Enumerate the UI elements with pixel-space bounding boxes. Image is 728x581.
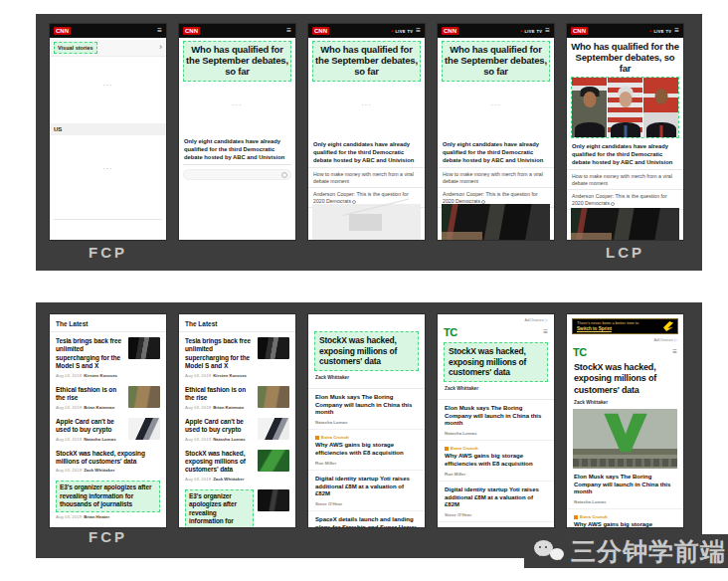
article-headline[interactable]: StockX was hacked, exposing millions of …	[449, 346, 543, 378]
article-thumbnail[interactable]	[258, 450, 289, 472]
extra-crunch-label: Extra Crunch	[315, 435, 418, 440]
article-list-item[interactable]: E3's organizer apologizes after revealin…	[179, 484, 295, 527]
article-thumbnail[interactable]	[128, 386, 160, 408]
article-headline[interactable]: Who has qualified for the September deba…	[315, 45, 418, 78]
menu-icon[interactable]: ≡	[672, 348, 677, 356]
article-headline[interactable]: Who has qualified for the September deba…	[186, 45, 288, 78]
lcp-highlight-hero-photo	[571, 77, 679, 138]
ad-text-line1: There's never been a better time to	[577, 320, 638, 325]
related-article[interactable]: Elon Musk says The Boring Company will l…	[308, 389, 425, 430]
article-title[interactable]: Ethical fashion is on the rise	[56, 386, 124, 403]
related-article[interactable]: Digital identity startup Yoti raises add…	[308, 471, 425, 511]
menu-icon[interactable]: ≡	[543, 328, 548, 336]
related-article[interactable]: Extra Crunch Why AWS gains big storage e…	[438, 441, 554, 482]
article-headline[interactable]: StockX was hacked, exposing millions of …	[574, 362, 676, 396]
article-list-item[interactable]: Apple Card can't be used to buy crypto A…	[179, 413, 295, 445]
cnn-header: CNN ≡	[50, 24, 166, 38]
cnn-logo[interactable]: CNN	[571, 27, 588, 35]
menu-icon[interactable]: ≡	[416, 27, 421, 35]
article-thumbnail[interactable]	[258, 337, 289, 359]
cnn-header: CNN ≡	[179, 24, 295, 38]
related-article[interactable]: Digital identity startup Yoti raises add…	[438, 482, 554, 522]
article-thumbnail[interactable]	[258, 489, 289, 511]
article-title[interactable]: Tesla brings back free unlimited superch…	[185, 337, 254, 371]
article-list-item[interactable]: Ethical fashion is on the rise Aug 03, 2…	[50, 381, 166, 413]
cnn-logo[interactable]: CNN	[312, 27, 329, 35]
live-tv-button[interactable]: •LIVE TV	[520, 28, 542, 34]
article-title[interactable]: Tesla brings back free unlimited superch…	[56, 337, 124, 371]
related-article[interactable]: SpaceX details launch and landing plans …	[438, 522, 554, 527]
us-section-header[interactable]: US	[50, 123, 166, 135]
article-headline[interactable]: Who has qualified for the September deba…	[445, 45, 547, 78]
sprint-ad-banner[interactable]: There's never been a better time to Swit…	[572, 318, 678, 334]
techcrunch-logo[interactable]: TC	[573, 346, 587, 358]
related-article[interactable]: Elon Musk says The Boring Company will l…	[438, 400, 554, 441]
article-title[interactable]: E3's organizer apologizes after revealin…	[60, 484, 156, 508]
techcrunch-logo[interactable]: TC	[444, 326, 457, 338]
watermark: 三分钟学前端	[524, 534, 728, 568]
candidate-photo	[608, 78, 642, 137]
menu-icon[interactable]: ≡	[674, 27, 679, 35]
fcp-highlight-box: Who has qualified for the September deba…	[442, 41, 550, 82]
article-meta: Aug 03, 2019Kirsten Korosec	[56, 373, 124, 378]
article-headline[interactable]: Who has qualified for the September deba…	[571, 42, 679, 75]
extra-crunch-icon	[574, 515, 578, 519]
article-list-item[interactable]: StockX was hacked, exposing millions of …	[179, 445, 295, 484]
menu-icon[interactable]: ≡	[286, 27, 291, 35]
menu-icon[interactable]: ≡	[157, 27, 162, 35]
article-meta: Aug 03, 2019Brian Heater	[56, 514, 160, 519]
article-author[interactable]: Zack Whittaker	[315, 375, 418, 380]
lcp-label: LCP	[567, 244, 683, 261]
related-link[interactable]: Anderson Cooper: This is the question fo…	[567, 189, 683, 209]
article-headline[interactable]: StockX was hacked, exposing millions of …	[319, 335, 414, 367]
debate-stage-photo	[571, 208, 679, 240]
cnn-logo[interactable]: CNN	[183, 27, 200, 35]
close-icon[interactable]	[281, 172, 287, 178]
adchoices-arrow-icon: ▷	[674, 337, 677, 342]
article-author[interactable]: Zack Whittaker	[574, 400, 676, 405]
cnn-logo[interactable]: CNN	[54, 27, 71, 35]
bottom-filmstrip-panel: The Latest Tesla brings back free unlimi…	[36, 302, 702, 558]
candidate-photo	[572, 78, 607, 137]
article-thumbnail[interactable]	[128, 418, 160, 440]
article-list-item[interactable]: E3's organizer apologizes after revealin…	[50, 476, 166, 521]
article-title[interactable]: Ethical fashion is on the rise	[185, 386, 254, 403]
article-title[interactable]: StockX was hacked, exposing millions of …	[56, 450, 160, 467]
article-list-item[interactable]: StockX was hacked, exposing millions of …	[50, 445, 166, 477]
embed-placeholder[interactable]	[183, 169, 291, 180]
live-tv-button[interactable]: •LIVE TV	[391, 28, 413, 34]
article-list-item[interactable]: Tesla brings back free unlimited superch…	[179, 332, 295, 381]
related-link[interactable]: How to make money with merch from a vira…	[308, 167, 425, 187]
loading-dots: ···	[179, 101, 295, 108]
related-link[interactable]: How to make money with merch from a vira…	[438, 167, 554, 187]
article-author[interactable]: Zack Whittaker	[445, 386, 547, 391]
article-title[interactable]: E3's organizer apologizes after revealin…	[189, 492, 250, 527]
related-article[interactable]: SpaceX details launch and landing plans …	[308, 511, 425, 527]
fcp-highlight-box: Who has qualified for the September deba…	[312, 41, 421, 82]
adchoices-link[interactable]: AdChoices ▷	[438, 314, 554, 322]
article-thumbnail[interactable]	[258, 386, 289, 408]
article-title[interactable]: Apple Card can't be used to buy crypto	[185, 418, 254, 435]
live-dot-icon: •	[520, 28, 523, 34]
visual-stories-row[interactable]: Visual stories ›	[50, 40, 166, 57]
menu-icon[interactable]: ≡	[545, 27, 550, 35]
article-title[interactable]: StockX was hacked, exposing millions of …	[185, 450, 254, 475]
related-article[interactable]: Elon Musk says The Boring Company will l…	[567, 469, 683, 509]
debate-stage-photo	[442, 204, 550, 240]
loading-dots: ···	[50, 82, 166, 89]
ad-text-line2[interactable]: Switch to Sprint	[577, 326, 638, 332]
article-list-item[interactable]: Tesla brings back free unlimited superch…	[50, 332, 166, 381]
live-tv-button[interactable]: •LIVE TV	[649, 28, 671, 34]
related-link[interactable]: How to make money with merch from a vira…	[567, 169, 683, 189]
article-thumbnail[interactable]	[258, 418, 289, 440]
top-filmstrip-panel: CNN ≡ Visual stories › ··· US ··· CNN ≡ …	[36, 14, 702, 271]
adchoices-link[interactable]: AdChoices ▷	[567, 334, 683, 342]
article-title[interactable]: Apple Card can't be used to buy crypto	[56, 418, 124, 435]
loading-dots: ···	[308, 101, 425, 108]
related-article[interactable]: Extra Crunch Why AWS gains big storage e…	[567, 509, 683, 527]
article-thumbnail[interactable]	[128, 337, 160, 359]
article-list-item[interactable]: Ethical fashion is on the rise Aug 03, 2…	[179, 381, 295, 413]
related-article[interactable]: Extra Crunch Why AWS gains big storage e…	[308, 430, 425, 471]
article-list-item[interactable]: Apple Card can't be used to buy crypto A…	[50, 413, 166, 445]
cnn-logo[interactable]: CNN	[442, 27, 458, 35]
